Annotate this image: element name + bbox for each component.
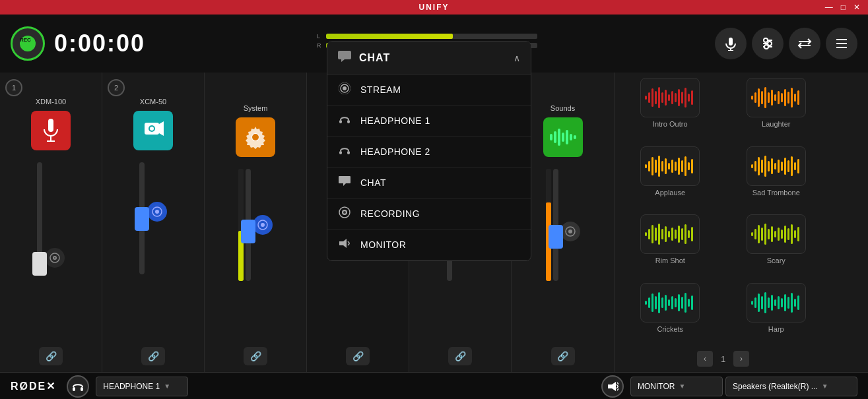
svg-rect-160 <box>768 297 770 308</box>
svg-rect-111 <box>648 229 650 239</box>
dropdown-item-stream[interactable]: STREAM <box>327 75 531 106</box>
sound-item-4[interactable]: Rim Shot <box>620 214 721 278</box>
svg-rect-143 <box>655 296 657 309</box>
sound-item-2[interactable]: Applause <box>620 146 721 210</box>
svg-rect-112 <box>651 225 653 243</box>
svg-rect-106 <box>787 160 789 172</box>
svg-rect-153 <box>688 299 690 307</box>
link-btn-system[interactable]: 🔗 <box>244 347 267 365</box>
fader-track-sounds[interactable] <box>553 169 558 281</box>
dropdown-item-recording[interactable]: RECORDING <box>327 199 531 230</box>
svg-point-7 <box>768 42 772 46</box>
headphone-monitor-button[interactable] <box>67 375 89 398</box>
dropdown-item-label-0: STREAM <box>360 84 401 95</box>
svg-rect-46 <box>570 134 572 140</box>
fader-handle-1[interactable] <box>32 252 47 276</box>
svg-marker-172 <box>608 382 616 391</box>
minimize-button[interactable]: — <box>822 3 836 12</box>
prev-page-button[interactable]: ‹ <box>697 351 713 367</box>
link-btn-game[interactable]: 🔗 <box>448 347 472 365</box>
fader-track-2[interactable] <box>139 162 145 274</box>
link-btn-chat[interactable]: 🔗 <box>346 347 370 365</box>
sound-item-6[interactable]: Crickets <box>620 283 721 346</box>
dropdown-item-icon-0 <box>338 82 351 97</box>
dropdown-item-icon-4 <box>338 206 351 221</box>
menu-button[interactable] <box>826 28 857 59</box>
monitor-dropdown-label: MONITOR <box>638 382 675 391</box>
svg-rect-122 <box>684 224 686 244</box>
dropdown-item-label-2: HEADPHONE 2 <box>360 146 430 157</box>
svg-rect-64 <box>691 90 693 105</box>
send-btn-1[interactable] <box>45 248 65 268</box>
sound-item-1[interactable]: Laughter <box>726 78 827 141</box>
svg-point-6 <box>764 38 768 42</box>
sound-item-5[interactable]: Scary <box>726 214 827 278</box>
headphone-bottom-icon <box>72 381 84 392</box>
headphone-dropdown[interactable]: HEADPHONE 1 ▼ <box>96 377 188 396</box>
mic-channel-icon <box>40 117 61 144</box>
link-btn-2[interactable]: 🔗 <box>141 347 165 365</box>
title-bar: UNIFY — □ ✕ <box>0 0 868 15</box>
svg-rect-45 <box>566 130 568 144</box>
svg-rect-44 <box>562 133 564 142</box>
chat-dropdown-header[interactable]: CHAT ∧ <box>327 42 531 75</box>
sound-item-3[interactable]: Sad Trombone <box>726 146 827 210</box>
channel-icon-2[interactable] <box>133 111 173 150</box>
monitor-dropdown[interactable]: MONITOR ▼ <box>630 377 723 396</box>
dropdown-item-chat[interactable]: CHAT <box>327 168 531 199</box>
record-button[interactable]: REC <box>11 26 45 61</box>
channel-name-system: System <box>244 104 268 112</box>
next-page-button[interactable]: › <box>733 351 749 367</box>
routing-button[interactable] <box>789 28 820 59</box>
svg-rect-102 <box>774 163 776 169</box>
svg-rect-0 <box>729 38 733 46</box>
dropdown-item-monitor[interactable]: MONITOR <box>327 230 531 261</box>
mic-settings-button[interactable] <box>715 28 747 59</box>
svg-rect-92 <box>684 156 686 176</box>
sound-item-7[interactable]: Harp <box>726 283 827 346</box>
monitor-dropdown-arrow: ▼ <box>679 383 685 390</box>
monitor-button[interactable] <box>601 375 624 398</box>
eq-button[interactable] <box>752 28 784 59</box>
dropdown-item-label-4: RECORDING <box>360 208 420 219</box>
svg-rect-145 <box>661 297 663 308</box>
svg-rect-58 <box>671 91 673 104</box>
stream-icon <box>339 82 351 94</box>
speaker-dropdown[interactable]: Speakers (Realtek(R) ... ▼ <box>725 377 857 396</box>
svg-rect-135 <box>784 226 786 243</box>
svg-rect-65 <box>751 96 753 100</box>
dropdown-item-headphone-2[interactable]: HEADPHONE 2 <box>327 137 531 168</box>
sound-icon-7 <box>747 283 806 322</box>
fader-track-system[interactable] <box>246 169 251 281</box>
svg-rect-72 <box>774 94 776 101</box>
svg-rect-77 <box>791 88 793 107</box>
fader-handle-system[interactable] <box>241 220 255 243</box>
svg-rect-96 <box>754 161 756 171</box>
channel-icon-1[interactable] <box>31 111 71 150</box>
svg-rect-142 <box>651 293 653 312</box>
fader-handle-sounds[interactable] <box>549 225 563 249</box>
fader-handle-2[interactable] <box>135 207 149 231</box>
dropdown-item-headphone-1[interactable]: HEADPHONE 1 <box>327 106 531 137</box>
channel-icon-sounds[interactable] <box>543 117 583 157</box>
svg-point-182 <box>343 211 346 214</box>
meter-fill-l <box>326 34 453 39</box>
link-btn-1[interactable]: 🔗 <box>39 347 63 365</box>
sounds-grid: Intro Outro Laughter Applause Sad Trombo… <box>620 78 826 346</box>
channel-icon-system[interactable] <box>236 117 275 157</box>
send-btn-system[interactable] <box>253 215 273 235</box>
link-btn-sounds[interactable]: 🔗 <box>551 347 575 365</box>
sound-item-0[interactable]: Intro Outro <box>620 78 721 141</box>
dropdown-item-label-5: MONITOR <box>360 239 406 250</box>
svg-marker-23 <box>159 121 164 136</box>
send-btn-sounds[interactable] <box>560 222 580 241</box>
fader-track-1[interactable] <box>37 162 42 274</box>
maximize-button[interactable]: □ <box>838 3 848 12</box>
svg-rect-43 <box>558 129 560 146</box>
svg-rect-80 <box>645 164 647 168</box>
close-button[interactable]: ✕ <box>851 3 863 12</box>
send-btn-2[interactable] <box>147 202 167 222</box>
svg-rect-171 <box>81 387 83 391</box>
svg-rect-59 <box>675 93 677 102</box>
svg-rect-140 <box>645 301 647 305</box>
